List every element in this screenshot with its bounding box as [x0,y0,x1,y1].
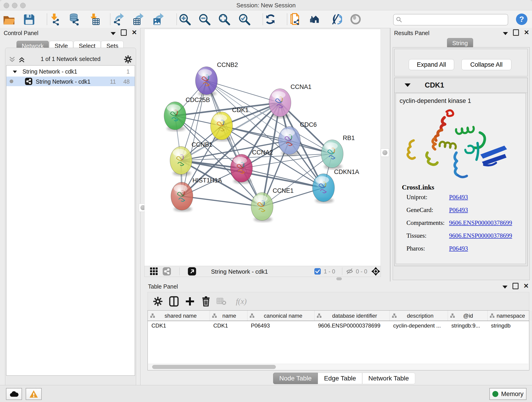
control-panel-float-icon[interactable] [121,29,127,36]
table-panel-close-icon[interactable]: ✕ [524,283,529,288]
column-header-id[interactable]: @id [448,311,488,321]
node-HIST1H1A[interactable]: HIST1H1A [171,177,222,212]
open-session-icon [2,13,15,26]
import-network-button[interactable] [48,13,62,26]
results-panel-menu-caret-icon[interactable] [503,32,508,35]
column-header-database-identifier[interactable]: database identifier [314,311,390,321]
crosslink-link[interactable]: P06493 [449,194,468,201]
node-label-CDC25B: CDC25B [186,96,210,103]
table-header-row: shared namenamecanonical namedatabase id… [148,311,529,321]
hide-graphics-button[interactable] [348,13,363,26]
crosslink-link[interactable]: P06493 [449,206,468,214]
save-session-button[interactable] [22,13,36,26]
export-network-button[interactable] [112,13,126,26]
show-columns-icon[interactable] [168,295,180,307]
column-header-shared-name[interactable]: shared name [148,311,210,321]
create-column-plus-icon[interactable] [184,295,196,307]
table-horizontal-scrollbar[interactable] [148,364,528,370]
cell-canonical-name[interactable]: P06493 [247,322,314,331]
column-header-canonical-name[interactable]: canonical name [247,311,315,321]
zoom-in-button[interactable] [177,13,192,26]
network-collection-row[interactable]: String Network - cdk1 1 [6,67,135,77]
selected-checkbox-icon[interactable] [314,268,321,276]
network-canvas[interactable]: CCNB2 CCNA1 CDC25B CDK1 [144,29,381,266]
crosslink-label: Uniprot: [406,194,428,201]
edge-HIST1H1A-CCNE1[interactable] [182,196,262,206]
scrollbar-thumb[interactable] [152,365,276,369]
column-header-name[interactable]: name [210,311,247,321]
delete-column-trash-icon[interactable] [200,295,212,307]
export-table-button[interactable] [131,13,146,26]
collapse-all-button[interactable]: Collapse All [462,59,511,70]
node-label-CCNB1: CCNB1 [191,141,213,148]
table-panel-menu-caret-icon[interactable] [502,286,507,288]
right-splitter-handle[interactable] [381,148,389,157]
node-CCNB2[interactable]: CCNB2 [196,61,238,96]
tab-network-table[interactable]: Network Table [362,373,415,384]
control-panel-menu-caret-icon[interactable] [111,32,116,35]
edge-CCNB2-CCNE1[interactable] [206,81,262,206]
zoom-out-icon [198,13,210,26]
cloud-button[interactable] [6,388,22,400]
home-button[interactable] [309,13,323,26]
crosslink-label: GeneCard: [406,206,433,213]
gene-card-header[interactable]: CDK1 [394,78,527,93]
cell-database-identifier[interactable]: 9606.ENSP00000378699 [314,322,389,331]
network-row[interactable]: String Network - cdk1 11 48 [6,77,135,86]
edge-CCNB2-CCNA1[interactable] [206,81,280,103]
results-panel: Results Panel ✕ String Expand All Collap… [390,28,532,281]
node-CCNB1[interactable]: CCNB1 [170,141,213,176]
zoom-out-button[interactable] [197,13,211,26]
cell-description[interactable]: cyclin-dependent ... [389,322,448,331]
import-table-button[interactable] [87,13,101,26]
control-panel-close-icon[interactable]: ✕ [132,30,137,35]
import-string-document-button[interactable] [288,13,303,26]
results-panel-float-icon[interactable] [513,29,519,36]
node-RB1[interactable]: RB1 [321,134,355,169]
control-panel-title: Control Panel [4,30,38,36]
table-panel-float-icon[interactable] [513,283,519,289]
network-share-view-icon[interactable] [162,267,171,277]
node-table: shared namenamecanonical namedatabase id… [147,310,529,370]
export-image-button[interactable] [152,13,166,26]
table-gear-icon[interactable] [152,295,164,307]
tab-node-table[interactable]: Node Table [273,373,318,384]
show-graphics-button[interactable] [329,13,343,26]
open-view-in-window-icon[interactable] [188,267,196,277]
node-CCNE1[interactable]: CCNE1 [251,187,294,222]
open-session-button[interactable] [2,13,16,26]
fit-selected-crosshair-icon[interactable] [371,267,380,277]
horizontal-splitter-handle[interactable] [336,277,342,280]
column-header-description[interactable]: description [389,311,448,321]
crosslink-link[interactable]: 9606.ENSP00000378699 [449,232,512,239]
show-graphics-icon [330,13,342,26]
collection-expand-triangle-icon[interactable] [12,70,17,74]
crosslink-link[interactable]: 9606.ENSP00000378699 [449,219,512,226]
expand-all-button[interactable]: Expand All [409,59,454,70]
memory-button[interactable]: Memory [489,388,526,400]
cell-id[interactable]: stringdb:9... [448,322,487,331]
network-options-gear-icon[interactable] [123,55,133,64]
tab-string[interactable]: String [447,38,473,48]
crosslink-link[interactable]: P06493 [449,245,468,252]
hide-graphics-icon [349,13,362,26]
node-CDKN1A[interactable]: CDKN1A [312,168,359,203]
birdseye-grid-icon[interactable] [150,267,158,277]
gene-name: CDK1 [425,81,444,89]
refresh-button[interactable] [263,13,278,26]
help-button[interactable]: ? [515,13,529,26]
cell-namespace[interactable]: stringdb [487,322,531,331]
cell-name[interactable]: CDK1 [210,322,247,331]
search-input[interactable] [404,15,505,24]
warnings-button[interactable] [26,388,42,400]
zoom-fit-button[interactable] [217,13,231,26]
import-database-button[interactable] [67,13,81,26]
column-header-namespace[interactable]: namespace [487,311,531,321]
gene-collapse-triangle-icon[interactable] [405,83,411,87]
zoom-selected-button[interactable] [237,13,251,26]
tab-edge-table[interactable]: Edge Table [318,373,362,384]
cell-shared-name[interactable]: CDK1 [148,322,210,331]
column-label: @id [463,313,473,319]
refresh-icon [264,13,277,26]
results-panel-close-icon[interactable]: ✕ [524,30,529,35]
